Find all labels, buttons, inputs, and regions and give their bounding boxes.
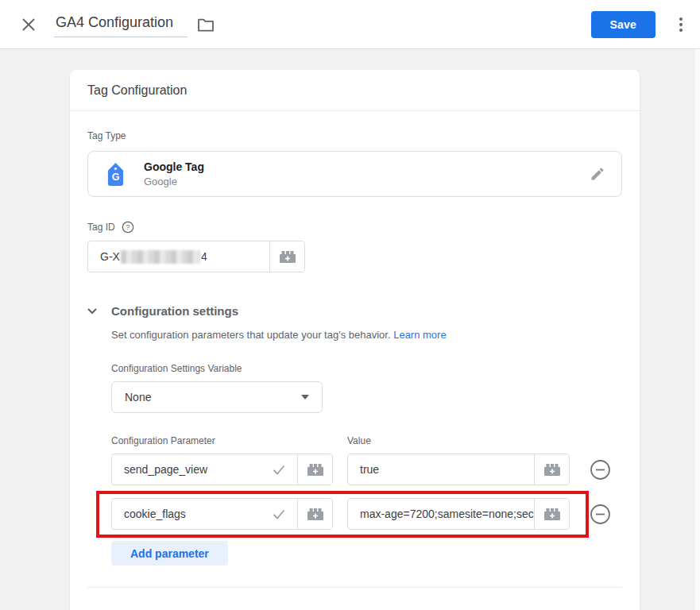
config-variable-label: Configuration Settings Variable <box>111 363 622 374</box>
param-name-field-group: send_page_view <box>111 454 333 485</box>
parameter-column-labels: Configuration Parameter Value <box>111 435 622 446</box>
param-value-input[interactable]: true <box>348 454 534 485</box>
learn-more-link[interactable]: Learn more <box>393 329 446 341</box>
param-column-label: Configuration Parameter <box>111 435 347 446</box>
description-text: Set configuration parameters that update… <box>111 329 391 341</box>
param-name-field-group: cookie_flags <box>111 498 333 530</box>
param-value-text: true <box>360 463 379 476</box>
parameter-row: send_page_view true <box>111 454 622 485</box>
value-column-label: Value <box>347 435 371 446</box>
tag-type-vendor: Google <box>144 176 204 187</box>
variable-picker-icon[interactable] <box>534 454 569 485</box>
tag-type-label: Tag Type <box>87 130 622 141</box>
svg-text:?: ? <box>126 223 130 231</box>
param-value-input[interactable]: max-age=7200;samesite=none;sec <box>348 499 534 529</box>
valid-check-icon <box>273 509 285 519</box>
config-variable-dropdown[interactable]: None <box>111 381 323 413</box>
svg-text:G: G <box>111 172 119 183</box>
param-value-field-group: max-age=7200;samesite=none;sec <box>347 498 570 530</box>
valid-check-icon <box>273 465 285 475</box>
folder-icon[interactable] <box>197 17 215 32</box>
close-icon[interactable] <box>19 15 38 34</box>
variable-picker-icon[interactable] <box>534 499 569 529</box>
save-button[interactable]: Save <box>591 11 656 38</box>
card-body: Tag Type G Google Tag Google <box>70 130 640 610</box>
tag-configuration-card: Tag Configuration Tag Type G Google Tag … <box>70 70 640 610</box>
tag-id-input[interactable]: G-X4 <box>88 241 269 272</box>
dropdown-caret-icon <box>301 395 309 400</box>
section-divider <box>87 587 622 588</box>
config-variable-value: None <box>125 391 151 403</box>
edit-pencil-icon[interactable] <box>590 166 605 182</box>
tag-type-selector[interactable]: G Google Tag Google <box>87 151 622 197</box>
param-name-text: cookie_flags <box>124 508 186 520</box>
variable-picker-icon[interactable] <box>297 499 332 529</box>
card-header: Tag Configuration <box>70 70 640 111</box>
main-area: Tag Configuration Tag Type G Google Tag … <box>0 49 700 610</box>
topbar: GA4 Configuration Save <box>0 0 700 49</box>
add-parameter-button[interactable]: Add parameter <box>111 541 228 566</box>
tag-id-redacted-blur <box>121 250 200 264</box>
configuration-settings-title: Configuration settings <box>111 304 238 318</box>
tag-id-suffix: 4 <box>201 250 207 263</box>
param-name-input[interactable]: send_page_view <box>112 454 297 485</box>
tag-type-name: Google Tag <box>144 160 204 173</box>
configuration-settings-content: Set configuration parameters that update… <box>111 329 622 566</box>
tag-id-label-row: Tag ID ? <box>87 221 622 234</box>
kebab-menu-icon[interactable] <box>676 14 686 35</box>
scrollbar[interactable] <box>694 49 700 610</box>
help-icon[interactable]: ? <box>122 221 134 234</box>
card-title: Tag Configuration <box>87 83 187 98</box>
remove-row-icon[interactable] <box>590 504 611 525</box>
tag-id-field-group: G-X4 <box>87 241 305 272</box>
tag-id-label: Tag ID <box>87 222 115 233</box>
remove-row-icon[interactable] <box>590 459 611 481</box>
variable-picker-icon[interactable] <box>297 454 332 485</box>
param-name-input[interactable]: cookie_flags <box>112 499 297 529</box>
tag-type-texts: Google Tag Google <box>144 160 204 187</box>
param-value-text: max-age=7200;samesite=none;sec <box>360 508 534 520</box>
tag-title-input[interactable]: GA4 Configuration <box>54 12 188 37</box>
parameter-row-highlighted: cookie_flags max-age=7200;samesite=none;… <box>111 498 622 530</box>
chevron-down-icon <box>87 308 97 315</box>
configuration-settings-description: Set configuration parameters that update… <box>111 329 622 341</box>
variable-picker-icon[interactable] <box>269 241 304 272</box>
tag-id-prefix: G-X <box>100 250 120 263</box>
configuration-settings-expander[interactable]: Configuration settings <box>87 304 622 318</box>
param-value-field-group: true <box>347 454 570 485</box>
param-name-text: send_page_view <box>124 463 207 476</box>
google-tag-icon: G <box>104 162 126 187</box>
